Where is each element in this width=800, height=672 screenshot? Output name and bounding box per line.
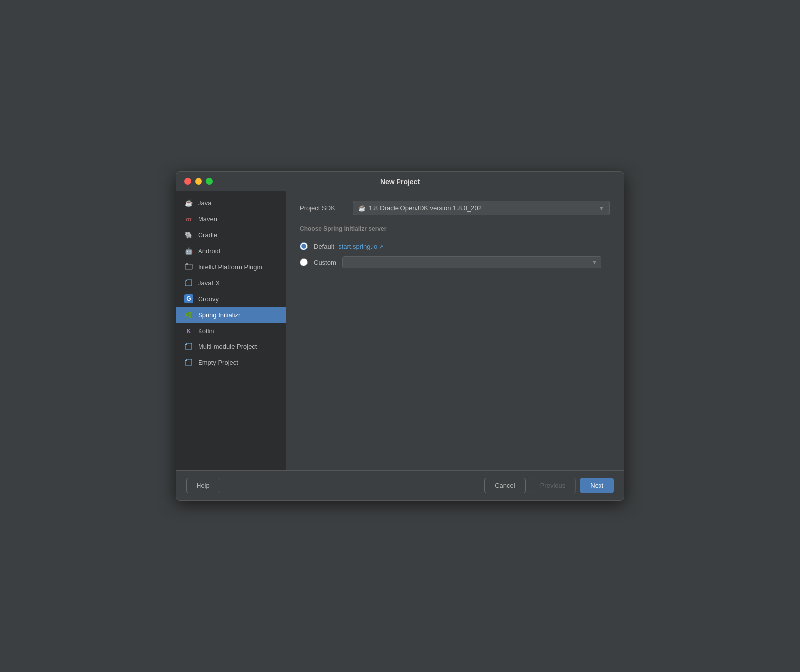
- java-icon: ☕: [184, 198, 193, 207]
- sidebar-label-empty: Empty Project: [198, 359, 238, 366]
- groovy-icon: G: [184, 294, 193, 303]
- dialog-footer: Help Cancel Previous Next: [176, 470, 624, 500]
- sidebar-item-java[interactable]: ☕ Java: [176, 195, 286, 211]
- sidebar-label-kotlin: Kotlin: [198, 327, 214, 335]
- title-bar: New Project: [176, 172, 624, 191]
- svg-rect-1: [186, 263, 188, 265]
- default-radio-row: Default start.spring.io: [300, 242, 610, 250]
- sdk-value: 1.8 Oracle OpenJDK version 1.8.0_202: [369, 204, 482, 212]
- cancel-button[interactable]: Cancel: [484, 478, 525, 493]
- dialog-title: New Project: [380, 178, 420, 191]
- custom-label-text: Custom: [314, 259, 336, 266]
- sidebar-item-javafx[interactable]: JavaFX: [176, 275, 286, 291]
- default-radio-label: Default start.spring.io: [314, 243, 383, 250]
- android-icon: 🤖: [184, 246, 193, 255]
- content-spacer: [300, 276, 610, 460]
- sdk-select[interactable]: ☕ 1.8 Oracle OpenJDK version 1.8.0_202 ▼: [353, 201, 610, 215]
- maven-icon: m: [184, 214, 193, 223]
- sdk-dropdown-arrow: ▼: [599, 205, 604, 211]
- footer-right: Cancel Previous Next: [484, 478, 614, 493]
- server-section-label: Choose Spring Initializr server: [300, 223, 610, 234]
- javafx-icon: [184, 278, 193, 287]
- custom-url-dropdown[interactable]: ▼: [342, 256, 601, 268]
- sidebar: ☕ Java m Maven 🐘 Gradle 🤖 Android: [176, 191, 286, 470]
- dialog-body: ☕ Java m Maven 🐘 Gradle 🤖 Android: [176, 191, 624, 470]
- sidebar-label-android: Android: [198, 247, 220, 255]
- intellij-icon: [184, 262, 193, 271]
- kotlin-icon: K: [184, 326, 193, 335]
- sidebar-label-java: Java: [198, 199, 211, 207]
- next-button[interactable]: Next: [580, 478, 614, 493]
- default-label-text: Default: [314, 243, 334, 250]
- sdk-row: Project SDK: ☕ 1.8 Oracle OpenJDK versio…: [300, 201, 610, 215]
- sidebar-item-multimodule[interactable]: Multi-module Project: [176, 338, 286, 354]
- sidebar-label-javafx: JavaFX: [198, 279, 220, 287]
- custom-radio[interactable]: [300, 258, 308, 266]
- default-radio[interactable]: [300, 242, 308, 250]
- sidebar-item-spring[interactable]: 🌿 Spring Initializr: [176, 307, 286, 323]
- sidebar-label-groovy: Groovy: [198, 295, 219, 303]
- close-button[interactable]: [184, 178, 191, 185]
- maximize-button[interactable]: [206, 178, 213, 185]
- spring-icon: 🌿: [184, 310, 193, 319]
- previous-button[interactable]: Previous: [530, 478, 576, 493]
- server-section: Choose Spring Initializr server: [300, 223, 610, 234]
- default-server-link[interactable]: start.spring.io: [338, 243, 383, 250]
- sidebar-item-kotlin[interactable]: K Kotlin: [176, 323, 286, 338]
- window-controls: [184, 178, 213, 185]
- custom-radio-label: Custom: [314, 259, 336, 266]
- sidebar-item-groovy[interactable]: G Groovy: [176, 291, 286, 307]
- server-options: Default start.spring.io Custom ▼: [300, 242, 610, 268]
- footer-left: Help: [186, 478, 220, 493]
- custom-radio-row: Custom ▼: [300, 256, 610, 268]
- custom-dropdown-arrow: ▼: [592, 259, 597, 265]
- help-button[interactable]: Help: [186, 478, 220, 493]
- minimize-button[interactable]: [195, 178, 202, 185]
- empty-icon: [184, 358, 193, 367]
- gradle-icon: 🐘: [184, 230, 193, 239]
- svg-rect-0: [185, 264, 192, 269]
- sidebar-label-gradle: Gradle: [198, 231, 217, 239]
- sidebar-item-android[interactable]: 🤖 Android: [176, 243, 286, 259]
- sdk-java-icon: ☕: [358, 205, 366, 212]
- main-content: Project SDK: ☕ 1.8 Oracle OpenJDK versio…: [286, 191, 624, 470]
- sidebar-item-empty[interactable]: Empty Project: [176, 354, 286, 370]
- sidebar-label-multimodule: Multi-module Project: [198, 343, 257, 350]
- sidebar-label-maven: Maven: [198, 215, 217, 223]
- sdk-select-text: ☕ 1.8 Oracle OpenJDK version 1.8.0_202: [358, 204, 482, 212]
- sdk-label: Project SDK:: [300, 204, 345, 212]
- new-project-dialog: New Project ☕ Java m Maven 🐘 Gradle 🤖 An…: [176, 171, 624, 501]
- sidebar-label-spring: Spring Initializr: [198, 311, 240, 319]
- sidebar-item-intellij[interactable]: IntelliJ Platform Plugin: [176, 259, 286, 275]
- sidebar-label-intellij: IntelliJ Platform Plugin: [198, 263, 262, 271]
- multimodule-icon: [184, 342, 193, 351]
- sidebar-item-maven[interactable]: m Maven: [176, 211, 286, 227]
- sidebar-item-gradle[interactable]: 🐘 Gradle: [176, 227, 286, 243]
